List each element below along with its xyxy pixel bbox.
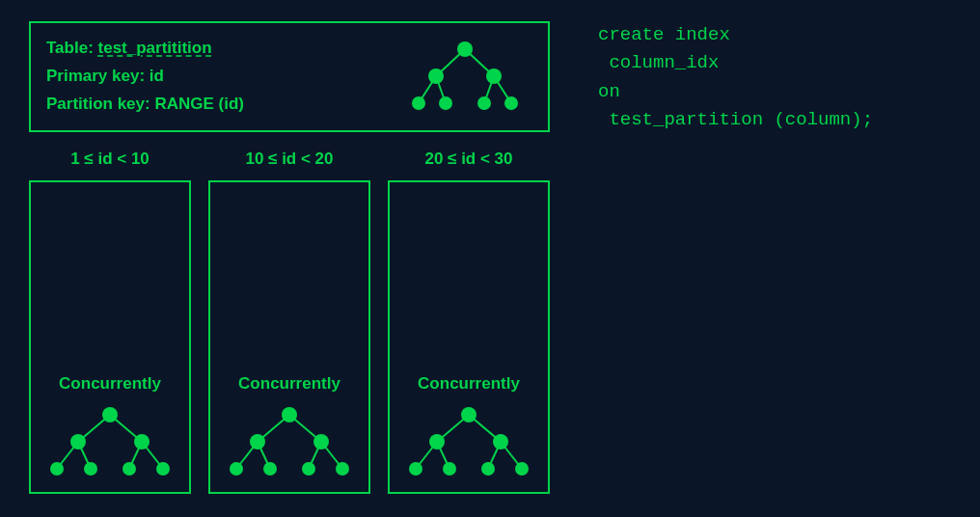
- table-header-box: Table: test_partitition Primary key: id …: [29, 21, 550, 132]
- pk-value: id: [150, 67, 164, 85]
- svg-point-47: [493, 434, 508, 449]
- svg-point-11: [477, 96, 491, 110]
- svg-point-6: [457, 41, 473, 57]
- svg-point-8: [486, 68, 502, 84]
- tree-icon: [397, 38, 532, 115]
- svg-point-19: [102, 407, 118, 422]
- code-line: test_partition (column);: [598, 109, 873, 130]
- partition-column: 1 ≤ id < 10 Concurrently: [29, 150, 191, 494]
- svg-point-24: [122, 462, 136, 476]
- svg-point-35: [230, 462, 243, 476]
- svg-point-50: [481, 462, 495, 476]
- partkey-value: RANGE (id): [154, 95, 244, 113]
- svg-point-10: [439, 96, 452, 110]
- partition-column: 20 ≤ id < 30 Concurrently: [388, 150, 550, 494]
- svg-point-22: [50, 462, 64, 476]
- svg-point-7: [428, 68, 444, 84]
- partition-box: Concurrently: [29, 180, 191, 494]
- partitions-row: 1 ≤ id < 10 Concurrently: [29, 150, 550, 494]
- partition-box: Concurrently: [208, 180, 370, 494]
- range-label: 20 ≤ id < 30: [424, 150, 512, 169]
- concurrently-label: Concurrently: [59, 374, 161, 394]
- tree-icon: [38, 403, 182, 480]
- table-label: Table:: [46, 39, 94, 57]
- concurrently-label: Concurrently: [418, 374, 520, 394]
- svg-point-23: [84, 462, 97, 476]
- svg-point-21: [134, 434, 150, 449]
- svg-point-37: [302, 462, 315, 476]
- svg-point-45: [461, 407, 476, 422]
- table-header-text: Table: test_partitition Primary key: id …: [46, 35, 244, 119]
- svg-point-38: [336, 462, 349, 476]
- pk-label: Primary key:: [46, 67, 145, 85]
- range-label: 1 ≤ id < 10: [70, 150, 150, 169]
- svg-point-20: [70, 434, 86, 449]
- svg-point-32: [282, 407, 297, 422]
- range-label: 10 ≤ id < 20: [245, 150, 333, 169]
- svg-point-48: [409, 462, 422, 476]
- sql-code: create index column_idx on test_partitio…: [598, 21, 961, 135]
- table-name: test_partitition: [98, 39, 212, 57]
- svg-point-49: [443, 462, 456, 476]
- code-line: create index: [598, 24, 730, 45]
- svg-point-12: [504, 96, 518, 110]
- svg-point-46: [429, 434, 445, 449]
- partition-column: 10 ≤ id < 20 Concurrently: [208, 150, 370, 494]
- svg-point-25: [156, 462, 170, 476]
- tree-icon: [217, 403, 362, 480]
- code-line: column_idx: [598, 52, 719, 73]
- left-panel: Table: test_partitition Primary key: id …: [0, 0, 579, 517]
- code-line: on: [598, 81, 620, 102]
- svg-point-51: [515, 462, 529, 476]
- partkey-label: Partition key:: [46, 95, 150, 113]
- tree-icon: [396, 403, 541, 480]
- svg-point-36: [263, 462, 277, 476]
- svg-point-9: [412, 96, 425, 110]
- svg-point-33: [250, 434, 265, 449]
- partition-box: Concurrently: [388, 180, 550, 494]
- svg-point-34: [313, 434, 329, 449]
- diagram-container: Table: test_partitition Primary key: id …: [0, 0, 980, 517]
- concurrently-label: Concurrently: [238, 374, 340, 394]
- code-panel: create index column_idx on test_partitio…: [579, 0, 980, 517]
